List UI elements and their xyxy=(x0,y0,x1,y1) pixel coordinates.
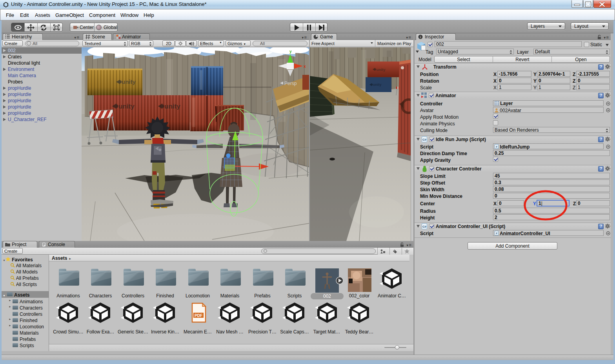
svg-text:unity: unity xyxy=(164,103,180,110)
svg-text:y: y xyxy=(289,49,292,54)
svg-text:unity: unity xyxy=(373,83,382,87)
svg-text:#: # xyxy=(496,145,497,148)
svg-text:#: # xyxy=(496,232,497,235)
svg-text:unity: unity xyxy=(118,103,135,110)
svg-text:Persp: Persp xyxy=(284,81,297,86)
svg-text:C#: C# xyxy=(422,225,427,228)
svg-text:x: x xyxy=(304,64,306,69)
svg-text:PDF: PDF xyxy=(195,313,202,318)
svg-text:C#: C# xyxy=(422,138,427,141)
svg-text:unity: unity xyxy=(377,67,386,72)
svg-text:unity: unity xyxy=(122,78,136,85)
